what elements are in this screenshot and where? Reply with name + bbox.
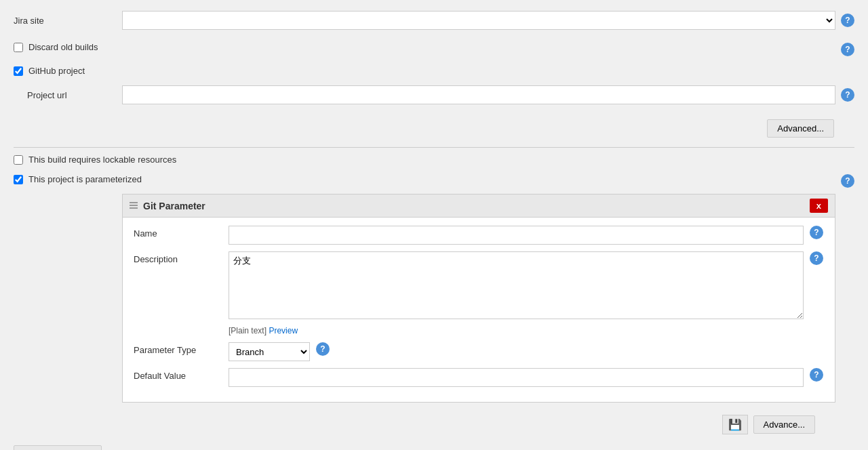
description-help-icon[interactable]: ? xyxy=(810,251,823,265)
parameterized-checkbox[interactable] xyxy=(14,175,23,184)
project-url-help-icon[interactable]: ? xyxy=(841,88,854,102)
add-parameter-button[interactable]: Add Parameter ▾ xyxy=(14,445,102,450)
parameterized-help-icon[interactable]: ? xyxy=(841,174,854,188)
add-parameter-row: Add Parameter ▾ xyxy=(14,440,835,450)
parameterized-label: This project is parameterized xyxy=(28,174,835,184)
parameter-type-row: Parameter Type Branch Tag Revision Pull … xyxy=(134,342,824,361)
name-help-icon[interactable]: ? xyxy=(810,226,823,239)
close-button[interactable]: x xyxy=(810,199,828,213)
git-parameter-header: Git Parameter x xyxy=(123,195,835,218)
jira-site-label: Jira site xyxy=(14,16,122,26)
parameter-type-label: Parameter Type xyxy=(134,342,229,355)
advanced-button[interactable]: Advanced... xyxy=(767,119,834,138)
jira-site-help-icon[interactable]: ? xyxy=(841,14,854,27)
name-label: Name xyxy=(134,226,229,239)
name-row: Name branch ? xyxy=(134,226,824,245)
parameterized-section: This project is parameterized Git Parame… xyxy=(14,171,835,450)
save-icon-button[interactable]: 💾 xyxy=(722,415,748,434)
github-project-checkbox-row: GitHub project xyxy=(14,63,854,79)
description-label: Description xyxy=(134,251,229,264)
parameter-type-select[interactable]: Branch Tag Revision Pull Request xyxy=(229,342,310,361)
description-textarea[interactable]: 分支 xyxy=(229,251,804,319)
project-url-row: Project url https://github.com/ajing2/he… xyxy=(14,83,854,107)
plain-text-row: [Plain text] Preview xyxy=(134,326,824,335)
discard-builds-label: Discard old builds xyxy=(28,42,835,52)
main-container: Jira site ? Discard old builds ? GitHub … xyxy=(0,0,868,450)
discard-builds-help-icon[interactable]: ? xyxy=(841,43,854,56)
default-value-row: Default Value origin/master ? xyxy=(134,368,824,387)
preview-link[interactable]: Preview xyxy=(269,326,298,335)
jira-site-row: Jira site ? xyxy=(14,7,854,34)
github-project-row: GitHub project Project url https://githu… xyxy=(14,63,854,112)
default-value-input[interactable]: origin/master xyxy=(229,368,804,387)
description-row: Description 分支 ? xyxy=(134,251,824,319)
bottom-row: 💾 Advance... xyxy=(14,409,835,440)
project-url-label: Project url xyxy=(27,90,122,100)
advance-button[interactable]: Advance... xyxy=(753,415,815,434)
parameter-type-help-icon[interactable]: ? xyxy=(316,342,330,356)
discard-builds-checkbox[interactable] xyxy=(14,43,23,52)
lockable-checkbox[interactable] xyxy=(14,155,23,165)
project-url-input[interactable]: https://github.com/ajing2/helloworld/ xyxy=(122,85,835,104)
github-project-checkbox[interactable] xyxy=(14,66,23,76)
discard-builds-row: Discard old builds xyxy=(14,39,835,59)
github-project-label: GitHub project xyxy=(28,66,854,76)
drag-handle[interactable] xyxy=(130,202,138,210)
content-area: Jira site ? Discard old builds ? GitHub … xyxy=(0,0,868,450)
lockable-row: This build requires lockable resources xyxy=(14,152,854,167)
git-parameter-title: Git Parameter xyxy=(143,201,810,211)
discard-builds-checkbox-row: Discard old builds xyxy=(14,39,835,55)
jira-site-select[interactable] xyxy=(122,11,835,30)
divider-1 xyxy=(14,147,854,148)
parameterized-row: This project is parameterized xyxy=(14,171,835,187)
git-parameter-panel: Git Parameter x Name branch ? xyxy=(122,194,835,403)
plain-text-label: [Plain text] xyxy=(229,326,267,335)
advanced-row: Advanced... xyxy=(14,117,854,143)
default-value-help-icon[interactable]: ? xyxy=(810,368,823,382)
default-value-label: Default Value xyxy=(134,368,229,381)
lockable-label: This build requires lockable resources xyxy=(28,155,854,165)
git-parameter-body: Name branch ? Description 分支 ? xyxy=(123,218,835,402)
name-input[interactable]: branch xyxy=(229,226,804,245)
